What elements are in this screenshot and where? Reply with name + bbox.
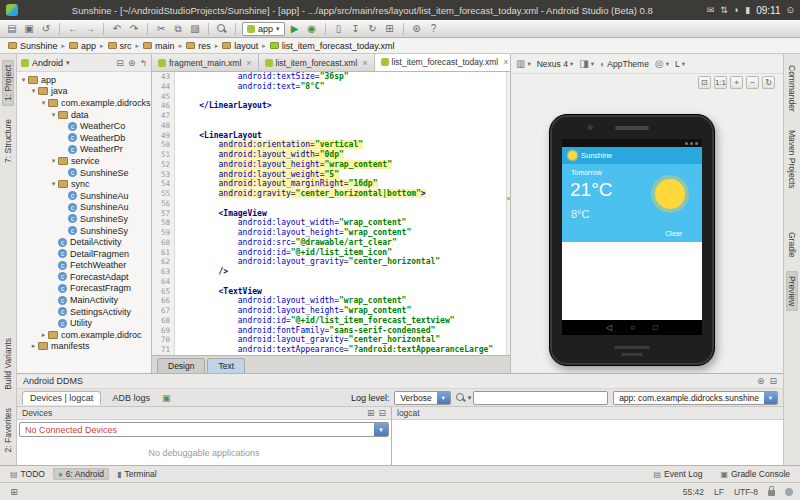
collapse-all-icon[interactable]: ⊟ — [378, 408, 386, 418]
mail-icon[interactable]: ✉ — [707, 5, 715, 15]
sync-files-icon[interactable]: ↺ — [39, 22, 53, 36]
zoom-fit-icon[interactable]: ⊡ — [698, 76, 711, 89]
code-line[interactable]: 61 android:id="@+id/list_item_icon" — [152, 248, 510, 258]
code-line[interactable]: 57 <ImageView — [152, 209, 510, 219]
breadcrumb-item[interactable]: list_item_forecast_today.xml — [270, 41, 395, 51]
code-line[interactable]: 43 android:textSize="36sp" — [152, 72, 510, 82]
dropdown-arrow-icon[interactable]: ▾ — [764, 392, 777, 404]
code-line[interactable]: 71 android:textAppearance="?android:text… — [152, 345, 510, 355]
caret-position[interactable]: 55:42 — [683, 487, 704, 497]
tree-item[interactable]: ▾service — [17, 155, 151, 167]
orientation-icon[interactable]: ◨▾ — [579, 58, 594, 69]
tree-item[interactable]: cForecastFragm — [17, 283, 151, 295]
tree-item[interactable]: cDetailFragmen — [17, 248, 151, 260]
lock-icon[interactable] — [768, 490, 775, 496]
code-line[interactable]: 58 android:layout_width="wrap_content" — [152, 218, 510, 228]
find-icon[interactable] — [215, 22, 229, 36]
hide-panel-icon[interactable]: ⊟ — [769, 376, 777, 386]
avd-manager-icon[interactable]: ▯ — [332, 22, 346, 36]
phone-screen[interactable]: Sunshine Tomorrow 21°C 8°C Clear ◁○□ — [562, 139, 702, 335]
breadcrumb-item[interactable]: Sunshine — [8, 41, 58, 51]
breadcrumb-item[interactable]: app — [69, 41, 96, 51]
code-line[interactable]: 45 — [152, 92, 510, 102]
code-line[interactable]: 44 android:text="8°C" — [152, 82, 510, 92]
hide-panel-icon[interactable]: ↰ — [139, 58, 147, 68]
code-line[interactable]: 49 <LinearLayout — [152, 131, 510, 141]
dock-tab-2-favorites[interactable]: 2: Favorites — [2, 403, 14, 457]
tree-item[interactable]: cUtility — [17, 317, 151, 329]
open-file-icon[interactable]: ▤ — [5, 22, 19, 36]
sdk-manager-icon[interactable]: ↧ — [349, 22, 363, 36]
dock-tab-7-structure[interactable]: 7: Structure — [2, 114, 14, 168]
code-line[interactable]: 70 android:layout_gravity="center_horizo… — [152, 335, 510, 345]
back-icon[interactable]: ← — [66, 22, 80, 36]
tree-item[interactable]: ▾app — [17, 74, 151, 86]
dock-tab-build-variants[interactable]: Build Variants — [2, 333, 14, 395]
dropdown-arrow-icon[interactable]: ▾ — [66, 59, 70, 67]
zoom-out-icon[interactable]: − — [746, 76, 759, 89]
code-line[interactable]: 52 android:layout_height="wrap_content" — [152, 160, 510, 170]
code-line[interactable]: 53 android:layout_weight="5" — [152, 170, 510, 180]
network-icon[interactable]: ⇅ — [720, 5, 728, 15]
code-line[interactable]: 68 android:id="@+id/list_item_forecast_t… — [152, 316, 510, 326]
project-structure-icon[interactable]: ⊞ — [383, 22, 397, 36]
close-tab-icon[interactable]: × — [246, 58, 251, 68]
forward-icon[interactable]: → — [83, 22, 97, 36]
battery-icon[interactable]: ▮ — [745, 5, 750, 15]
code-line[interactable]: 69 android:fontFamily="sans-serif-conden… — [152, 326, 510, 336]
logcat-search-input[interactable] — [473, 391, 608, 405]
screen-capture-icon[interactable]: ▣ — [162, 393, 171, 403]
tree-item[interactable]: ▾sync — [17, 178, 151, 190]
tab-todo[interactable]: ▤TODO — [5, 468, 50, 480]
tree-item[interactable]: cSettingsActivity — [17, 306, 151, 318]
copy-icon[interactable]: ⧉ — [171, 22, 185, 36]
code-line[interactable]: 54 android:layout_marginRight="16dp" — [152, 179, 510, 189]
code-area[interactable]: 43 android:textSize="36sp"44 android:tex… — [152, 72, 510, 355]
code-line[interactable]: 63 /> — [152, 267, 510, 277]
app-filter-select[interactable]: app: com.example.didrocks.sunshine ▾ — [613, 391, 778, 405]
tree-item[interactable]: ▾java — [17, 86, 151, 98]
device-select[interactable]: Nexus 4▾ — [537, 59, 573, 69]
ddms-tab[interactable]: ADB logs — [105, 392, 157, 404]
redo-icon[interactable]: ↷ — [127, 22, 141, 36]
tree-item[interactable]: cFetchWeather — [17, 260, 151, 272]
editor-tab[interactable]: list_item_forecast.xml× — [259, 54, 375, 71]
tree-item[interactable]: ▾data — [17, 109, 151, 121]
settings-icon[interactable]: ⊛ — [128, 58, 136, 68]
close-tab-icon[interactable]: × — [362, 58, 367, 68]
tree-item[interactable]: cWeatherDb — [17, 132, 151, 144]
back-nav-icon[interactable]: ◁ — [606, 323, 612, 332]
zoom-in-icon[interactable]: + — [730, 76, 743, 89]
mode-tab-design[interactable]: Design — [157, 358, 205, 373]
search-options-arrow-icon[interactable]: ▾ — [468, 394, 472, 402]
dock-tab-maven-projects[interactable]: Maven Projects — [786, 125, 798, 194]
code-line[interactable]: 64 — [152, 277, 510, 287]
dropdown-arrow-icon[interactable]: ▾ — [374, 423, 388, 436]
tree-item[interactable]: cForecastAdapt — [17, 271, 151, 283]
editor-tab[interactable]: list_item_forecast_today.xml× — [375, 54, 510, 71]
tree-item[interactable]: cSunshineAu — [17, 190, 151, 202]
code-line[interactable]: 56 — [152, 199, 510, 209]
save-all-icon[interactable]: ▣ — [22, 22, 36, 36]
cut-icon[interactable]: ✂ — [154, 22, 168, 36]
configuration-icon[interactable]: ▥▾ — [516, 58, 531, 69]
expand-all-icon[interactable]: ⊞ — [367, 408, 375, 418]
tree-item[interactable]: cSunshineSe — [17, 167, 151, 179]
power-icon[interactable]: ⊙ — [786, 5, 794, 15]
breadcrumb-item[interactable]: src — [108, 41, 132, 51]
undo-icon[interactable]: ↶ — [110, 22, 124, 36]
close-tab-icon[interactable]: × — [503, 57, 508, 67]
code-line[interactable]: 47 — [152, 111, 510, 121]
tab-event-log[interactable]: ▤Event Log — [649, 468, 708, 480]
gear-icon[interactable]: ⊛ — [757, 376, 765, 386]
tab-android[interactable]: ●6: Android — [53, 468, 109, 480]
dropdown-arrow-icon[interactable]: ▾ — [437, 392, 450, 404]
toolwindow-toggle-icon[interactable]: ⊞ — [7, 485, 21, 499]
api-version-select[interactable]: L▾ — [675, 59, 685, 69]
dock-tab-gradle[interactable]: Gradle — [786, 227, 798, 263]
tree-item[interactable]: cSunshineSy — [17, 225, 151, 237]
dock-tab-preview[interactable]: Preview — [786, 271, 798, 311]
theme-select[interactable]: ◐AppTheme — [600, 59, 649, 69]
run-icon[interactable]: ▶ — [288, 22, 302, 36]
run-configuration-select[interactable]: app▾ — [242, 22, 285, 36]
